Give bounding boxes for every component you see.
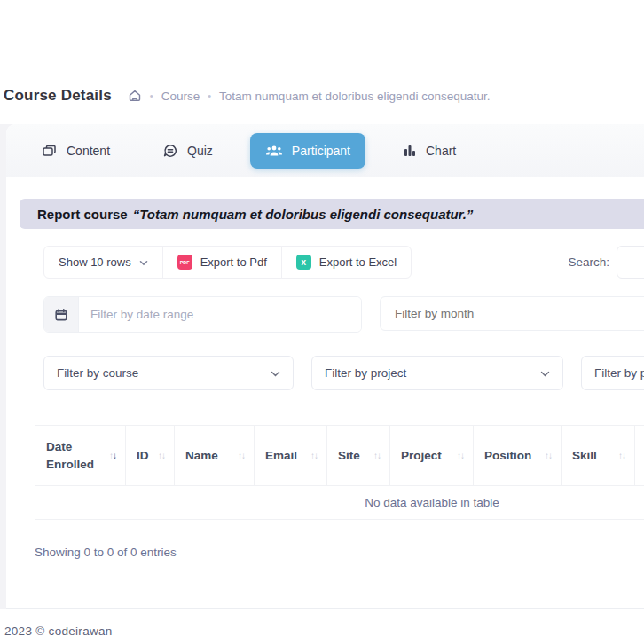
sort-icon[interactable]: ↑↓ [618, 451, 625, 460]
home-icon[interactable] [128, 89, 142, 103]
sort-icon[interactable]: ↑↓ [238, 451, 245, 460]
report-title-bar: Report course “Totam numquam et doloribu… [20, 199, 644, 229]
pdf-icon: PDF [177, 255, 192, 270]
calendar-icon [44, 297, 79, 332]
chevron-down-icon [540, 366, 550, 380]
course-details-card: Content Quiz [6, 124, 644, 609]
participants-table: Date Enrolled ↑↓ ID ↑↓ [35, 425, 644, 520]
report-title-prefix: Report course [37, 207, 128, 222]
export-pdf-button[interactable]: PDF Export to Pdf [162, 246, 282, 279]
select-filter-row: Filter by course Filter by project Filte… [43, 356, 644, 390]
tab-label: Quiz [187, 144, 213, 158]
tab-label: Chart [426, 144, 456, 158]
tab-participant[interactable]: Participant [250, 133, 365, 169]
tab-label: Participant [292, 144, 350, 158]
bar-chart-icon [403, 144, 417, 158]
column-header-skill[interactable]: Skill ↑↓ [562, 426, 635, 486]
breadcrumb-item-current: Totam numquam et doloribus eligendi cons… [219, 90, 490, 103]
entries-summary: Showing 0 to 0 of 0 entries [35, 546, 644, 559]
date-filter-row [43, 296, 644, 333]
date-range-input[interactable] [79, 297, 361, 332]
month-filter-input[interactable] [380, 296, 644, 331]
column-header-email[interactable]: Email ↑↓ [255, 426, 327, 486]
page-title: Course Details [4, 87, 112, 105]
project-filter-value: Filter by project [325, 366, 406, 380]
column-header-date-enrolled[interactable]: Date Enrolled ↑↓ [35, 426, 126, 486]
export-excel-label: Export to Excel [319, 255, 397, 269]
sort-icon[interactable]: ↑↓ [373, 451, 381, 460]
tab-chart[interactable]: Chart [388, 133, 471, 169]
empty-table-row: No data available in table [35, 486, 644, 520]
card-body: Report course “Totam numquam et doloribu… [6, 199, 644, 608]
column-header-project[interactable]: Project ↑↓ [390, 426, 474, 486]
column-header-site[interactable]: Site ↑↓ [327, 426, 390, 486]
search-area: Search: [568, 246, 644, 279]
column-header-position[interactable]: Position ↑↓ [474, 426, 562, 486]
empty-table-message: No data available in table [35, 486, 644, 520]
chevron-down-icon [139, 255, 148, 269]
sort-icon[interactable]: ↑↓ [545, 451, 552, 460]
position-filter-select[interactable]: Filter by position [581, 356, 644, 390]
show-rows-button[interactable]: Show 10 rows [43, 246, 163, 279]
column-header-course[interactable]: Course ↑↓ [635, 426, 644, 486]
project-filter-select[interactable]: Filter by project [311, 356, 563, 390]
content-area: Content Quiz [0, 124, 644, 609]
report-title-quote: “Totam numquam et doloribus eligendi con… [133, 207, 474, 222]
table-header-row: Date Enrolled ↑↓ ID ↑↓ [35, 426, 644, 486]
search-input[interactable] [617, 246, 644, 279]
table-toolbar: Show 10 rows PDF Export to Pdf x Export … [43, 246, 644, 279]
breadcrumb-separator: • [208, 90, 211, 101]
export-excel-button[interactable]: x Export to Excel [281, 246, 412, 279]
users-icon [265, 144, 283, 158]
page-header: Course Details • Course • Totam numquam … [0, 67, 644, 124]
date-range-group [43, 296, 362, 333]
course-filter-value: Filter by course [57, 366, 138, 380]
chevron-down-icon [271, 366, 280, 380]
column-header-name[interactable]: Name ↑↓ [175, 426, 255, 486]
top-navbar [0, 0, 644, 67]
breadcrumb-separator: • [150, 90, 153, 101]
breadcrumb-item-course[interactable]: Course [161, 90, 200, 103]
position-filter-value: Filter by position [594, 366, 644, 380]
tab-content[interactable]: Content [27, 133, 125, 169]
copy-icon [42, 143, 58, 159]
search-label: Search: [568, 255, 609, 269]
sort-icon[interactable]: ↑↓ [457, 451, 464, 460]
export-pdf-label: Export to Pdf [200, 255, 267, 269]
page-footer: 2023 © codeirawan [0, 609, 644, 639]
show-rows-label: Show 10 rows [59, 255, 131, 269]
breadcrumb: • Course • Totam numquam et doloribus el… [128, 89, 491, 103]
sort-icon[interactable]: ↑↓ [109, 451, 116, 460]
column-header-id[interactable]: ID ↑↓ [126, 426, 175, 486]
sort-icon[interactable]: ↑↓ [310, 451, 318, 460]
export-button-group: Show 10 rows PDF Export to Pdf x Export … [43, 246, 412, 279]
excel-icon: x [296, 255, 311, 270]
sort-icon[interactable]: ↑↓ [158, 451, 165, 460]
tab-bar: Content Quiz [6, 124, 644, 177]
tab-label: Content [67, 144, 110, 158]
course-filter-select[interactable]: Filter by course [43, 356, 294, 390]
chat-icon [162, 143, 178, 159]
footer-copyright: 2023 © codeirawan [4, 624, 113, 638]
tab-quiz[interactable]: Quiz [147, 133, 228, 169]
